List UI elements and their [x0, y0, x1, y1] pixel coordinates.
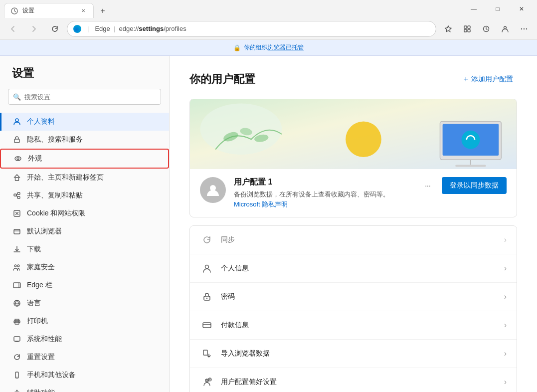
refresh-button[interactable] — [46, 20, 64, 38]
svg-point-56 — [206, 380, 208, 382]
tab-favicon-icon — [10, 7, 18, 15]
address-protocol: edge:// — [119, 25, 139, 32]
collections-icon[interactable] — [458, 20, 476, 38]
svg-rect-54 — [203, 350, 207, 355]
sidebar-label-accessibility: 辅助功能 — [27, 389, 55, 392]
sidebar-item-family[interactable]: 家庭安全 — [0, 258, 169, 276]
svg-rect-21 — [14, 229, 20, 234]
favorites-icon[interactable] — [439, 20, 457, 38]
chevron-right-icon: › — [504, 378, 507, 387]
settings-more-icon[interactable] — [515, 20, 533, 38]
edge-bar-icon — [12, 280, 22, 290]
address-domain: settings — [139, 25, 164, 32]
menu-label-import: 导入浏览器数据 — [221, 349, 504, 358]
tab-close-button[interactable]: ✕ — [79, 7, 87, 15]
sidebar-item-downloads[interactable]: 下载 — [0, 240, 169, 258]
active-tab[interactable]: 设置 ✕ — [4, 3, 94, 18]
chevron-right-icon: › — [504, 349, 507, 358]
svg-point-38 — [346, 121, 381, 157]
sidebar-label-mobile: 手机和其他设备 — [27, 371, 76, 380]
sidebar-label-cookies: Cookie 和网站权限 — [27, 209, 85, 218]
sidebar-label-edge-bar: Edge 栏 — [27, 281, 52, 290]
menu-label-sync: 同步 — [221, 235, 504, 244]
sidebar-item-printer[interactable]: 打印机 — [0, 312, 169, 330]
sidebar-item-language[interactable]: 语言 — [0, 294, 169, 312]
browser-icon — [12, 226, 22, 236]
mobile-icon — [12, 370, 22, 380]
info-bar-link[interactable]: 浏览器已托管 — [268, 44, 304, 51]
menu-item-user-pref[interactable]: 用户配置偏好设置 › — [190, 368, 517, 392]
add-profile-button[interactable]: + 添加用户配置 — [460, 72, 517, 87]
share-icon — [12, 191, 22, 200]
sidebar-item-profile[interactable]: 个人资料 — [0, 113, 169, 131]
svg-point-7 — [521, 28, 522, 29]
search-box: 🔍 — [8, 89, 161, 105]
printer-icon — [12, 316, 22, 326]
language-icon — [12, 298, 22, 308]
forward-button[interactable] — [25, 20, 43, 38]
more-options-button[interactable]: ··· — [420, 178, 436, 194]
close-button[interactable]: ✕ — [510, 1, 533, 17]
eye-icon — [13, 154, 23, 164]
sidebar-item-default[interactable]: 默认浏览器 — [0, 222, 169, 240]
sidebar-item-start[interactable]: 开始、主页和新建标签页 — [0, 169, 169, 187]
person-icon — [12, 117, 22, 127]
privacy-link[interactable]: Microsoft 隐私声明 — [234, 200, 288, 208]
toolbar-actions — [439, 20, 533, 38]
sidebar-item-mobile[interactable]: 手机和其他设备 — [0, 366, 169, 384]
maximize-button[interactable]: □ — [486, 1, 509, 17]
sidebar-item-share[interactable]: 共享、复制和粘贴 — [0, 187, 169, 204]
page-title: 你的用户配置 — [189, 72, 255, 87]
sidebar-label-profile: 个人资料 — [27, 117, 55, 126]
sidebar-item-appearance[interactable]: 外观 — [0, 149, 169, 169]
sync-icon — [200, 233, 214, 247]
search-icon: 🔍 — [13, 93, 21, 101]
profile-name: 用户配置 1 — [234, 177, 412, 188]
sidebar-item-edge-bar[interactable]: Edge 栏 — [0, 276, 169, 294]
minimize-button[interactable]: — — [462, 1, 485, 17]
menu-item-personal-info[interactable]: 个人信息 › — [190, 254, 517, 283]
sidebar-item-system[interactable]: 系统和性能 — [0, 330, 169, 348]
history-icon[interactable] — [477, 20, 495, 38]
svg-point-6 — [504, 26, 507, 29]
family-icon — [12, 262, 22, 272]
sidebar-label-system: 系统和性能 — [27, 335, 62, 344]
svg-rect-1 — [464, 26, 467, 28]
menu-item-import[interactable]: 导入浏览器数据 › — [190, 340, 517, 368]
svg-point-13 — [17, 158, 19, 160]
chevron-right-icon: › — [504, 321, 507, 330]
info-bar-text: 你的组织浏览器已托管 — [244, 43, 304, 52]
menu-label-personal-info: 个人信息 — [221, 264, 504, 273]
profile-icon[interactable] — [496, 20, 514, 38]
menu-item-payment[interactable]: 付款信息 › — [190, 311, 517, 340]
sidebar-label-privacy: 隐私、搜索和服务 — [27, 135, 83, 144]
svg-point-10 — [15, 119, 18, 122]
sidebar-item-cookies[interactable]: Cookie 和网站权限 — [0, 204, 169, 222]
sidebar-label-default: 默认浏览器 — [27, 227, 62, 236]
svg-point-8 — [524, 28, 525, 29]
menu-list: 同步 › 个人信息 › 密码 › — [189, 225, 517, 392]
payment-icon — [200, 318, 214, 332]
home-icon — [12, 173, 22, 183]
new-tab-button[interactable]: + — [96, 4, 110, 18]
lock-icon — [12, 135, 22, 145]
cookie-icon — [12, 208, 22, 218]
sidebar-label-appearance: 外观 — [28, 154, 42, 163]
svg-point-24 — [14, 265, 16, 267]
sidebar-item-privacy[interactable]: 隐私、搜索和服务 — [0, 131, 169, 149]
info-bar: 🔒 你的组织浏览器已托管 — [0, 40, 537, 56]
chevron-right-icon: › — [504, 292, 507, 301]
sync-button[interactable]: 登录以同步数据 — [442, 177, 507, 194]
menu-item-password[interactable]: 密码 › — [190, 283, 517, 311]
address-bar[interactable]: | Edge | edge://settings/profiles — [67, 21, 436, 37]
back-button[interactable] — [4, 20, 22, 38]
sidebar-label-share: 共享、复制和粘贴 — [27, 191, 83, 200]
svg-rect-52 — [203, 323, 211, 328]
sidebar-item-accessibility[interactable]: 辅助功能 — [0, 384, 169, 392]
menu-item-sync[interactable]: 同步 › — [190, 226, 517, 254]
sidebar-label-language: 语言 — [27, 299, 41, 308]
sidebar-item-reset[interactable]: 重置设置 — [0, 348, 169, 366]
address-divider: | — [87, 25, 89, 32]
import-icon — [200, 347, 214, 361]
search-input[interactable] — [8, 89, 161, 105]
